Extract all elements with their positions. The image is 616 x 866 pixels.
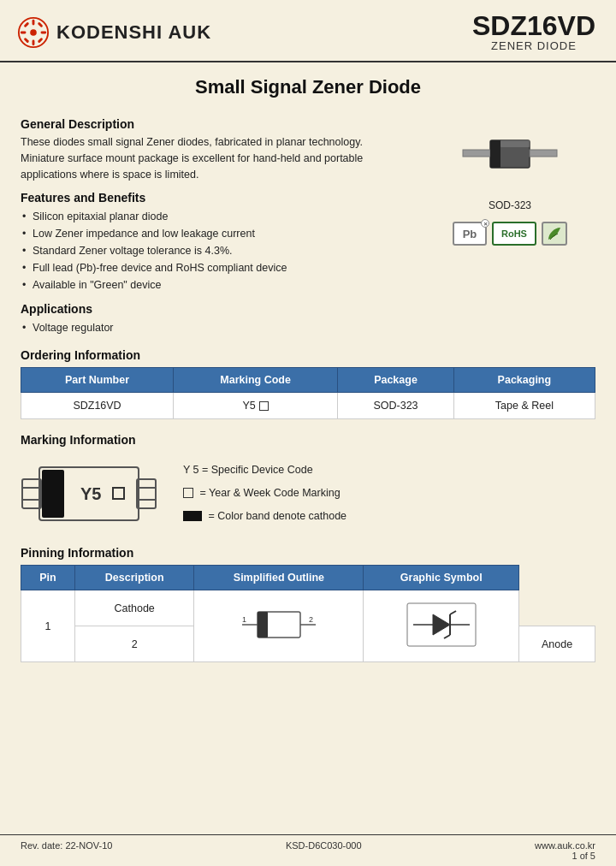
outline-cell: 1 2 xyxy=(194,590,364,662)
legend-band: = Color band denote cathode xyxy=(183,506,346,527)
part-info: SDZ16VD ZENER DIODE xyxy=(472,12,595,52)
cell-package: SOD-323 xyxy=(338,393,454,419)
col-outline: Simplified Outline xyxy=(194,566,364,590)
marking-code-text: Y5 xyxy=(242,400,255,412)
svg-rect-12 xyxy=(530,150,557,157)
footer-doc-number: KSD-D6C030-000 xyxy=(286,840,362,861)
svg-rect-8 xyxy=(24,37,30,43)
svg-rect-11 xyxy=(463,150,490,157)
ordering-title: Ordering Information xyxy=(21,348,595,362)
svg-rect-22 xyxy=(42,470,64,518)
main-content: General Description These diodes small s… xyxy=(0,109,616,662)
svg-text:2: 2 xyxy=(309,615,313,624)
svg-rect-9 xyxy=(38,37,44,43)
general-desc-body: These diodes small signal Zener diodes, … xyxy=(21,134,407,182)
table-header-row: Part Number Marking Code Package Packagi… xyxy=(21,368,595,393)
svg-rect-5 xyxy=(41,31,47,33)
footer-url: www.auk.co.kr xyxy=(535,840,595,851)
applications-title: Applications xyxy=(21,302,407,316)
pin-desc-cathode: Cathode xyxy=(74,590,194,626)
header: KODENSHI AUK SDZ16VD ZENER DIODE xyxy=(0,0,616,62)
col-packaging: Packaging xyxy=(453,368,595,393)
marking-content: Y5 Y 5 = Specific Device Code = Year & W… xyxy=(21,455,595,532)
marking-title: Marking Information xyxy=(21,433,595,447)
list-item: Available in "Green" device xyxy=(21,276,407,294)
col-symbol: Graphic Symbol xyxy=(364,566,519,590)
col-pin: Pin xyxy=(21,566,75,590)
pb-badge: Pb ✕ xyxy=(453,222,487,246)
svg-line-36 xyxy=(444,635,450,638)
symbol-svg xyxy=(403,599,480,650)
pb-circle: ✕ xyxy=(481,219,489,228)
col-part-number: Part Number xyxy=(21,368,174,393)
col-description: Description xyxy=(74,566,194,590)
svg-text:Y5: Y5 xyxy=(80,484,101,503)
svg-rect-15 xyxy=(22,479,41,508)
cell-part-number: SDZ16VD xyxy=(21,393,174,419)
badges: Pb ✕ RoHS xyxy=(453,222,567,246)
pin-desc-anode: Anode xyxy=(519,626,595,662)
left-col: General Description These diodes small s… xyxy=(21,109,407,336)
package-image xyxy=(454,117,566,194)
ordering-table: Part Number Marking Code Package Packagi… xyxy=(21,367,595,419)
legend-square-icon xyxy=(183,488,193,498)
col-package: Package xyxy=(338,368,454,393)
list-item: Full lead (Pb)-free device and RoHS comp… xyxy=(21,259,407,276)
pin-num-1: 1 xyxy=(21,590,75,662)
applications-list: Voltage regulator xyxy=(21,319,407,336)
footer-rev-date: Rev. date: 22-NOV-10 xyxy=(21,840,112,861)
legend-square: = Year & Week Code Marking xyxy=(183,483,346,504)
logo-text: KODENSHI AUK xyxy=(56,21,211,44)
svg-rect-14 xyxy=(500,140,530,147)
package-svg xyxy=(454,122,566,190)
footer: Rev. date: 22-NOV-10 KSD-D6C030-000 www.… xyxy=(0,834,616,866)
general-desc-title: General Description xyxy=(21,117,407,131)
marking-legend: Y 5 = Specific Device Code = Year & Week… xyxy=(183,460,346,529)
green-badge xyxy=(542,222,567,246)
ordering-section: Ordering Information Part Number Marking… xyxy=(21,348,595,419)
footer-page: 1 of 5 xyxy=(535,851,595,861)
col-marking-code: Marking Code xyxy=(174,368,338,393)
two-col-layout: General Description These diodes small s… xyxy=(21,109,595,336)
features-title: Features and Benefits xyxy=(21,191,407,205)
legend-y5: Y 5 = Specific Device Code xyxy=(183,460,346,481)
green-icon xyxy=(546,225,563,242)
table-row: SDZ16VD Y5 SOD-323 Tape & Reel xyxy=(21,393,595,419)
features-list: Silicon epitaxial planar diode Low Zener… xyxy=(21,208,407,294)
marking-code-display: Y5 xyxy=(182,400,329,412)
svg-rect-4 xyxy=(21,31,27,33)
footer-website: www.auk.co.kr 1 of 5 xyxy=(535,840,595,861)
list-item: Low Zener impedance and low leakage curr… xyxy=(21,225,407,242)
pinning-section: Pinning Information Pin Description Simp… xyxy=(21,546,595,662)
legend-black-icon xyxy=(183,511,202,521)
list-item: Silicon epitaxial planar diode xyxy=(21,208,407,225)
pin-num-2: 2 xyxy=(74,626,194,662)
outline-svg: 1 2 xyxy=(240,603,317,646)
rohs-badge: RoHS xyxy=(492,222,536,246)
svg-line-35 xyxy=(450,611,456,614)
page-title: Small Signal Zener Diode xyxy=(0,62,616,109)
svg-point-1 xyxy=(30,29,37,36)
logo-icon xyxy=(17,16,50,49)
legend-square-text: = Year & Week Code Marking xyxy=(199,487,340,499)
marking-section: Marking Information xyxy=(21,433,595,532)
pb-text: Pb xyxy=(463,228,477,240)
page: KODENSHI AUK SDZ16VD ZENER DIODE Small S… xyxy=(0,0,616,866)
svg-rect-2 xyxy=(33,19,35,25)
legend-band-text: = Color band denote cathode xyxy=(208,510,346,522)
marking-code-square xyxy=(259,401,269,411)
cell-packaging: Tape & Reel xyxy=(453,393,595,419)
svg-text:1: 1 xyxy=(242,615,246,624)
symbol-cell xyxy=(364,590,519,662)
table-row: 1 Cathode xyxy=(21,590,595,626)
svg-marker-33 xyxy=(433,614,450,635)
pinning-title: Pinning Information xyxy=(21,546,595,560)
svg-rect-13 xyxy=(490,140,500,168)
svg-rect-3 xyxy=(33,39,35,45)
svg-rect-16 xyxy=(137,479,156,508)
list-item: Voltage regulator xyxy=(21,319,407,336)
package-label: SOD-323 xyxy=(489,199,531,211)
marking-diagram-svg: Y5 xyxy=(21,455,157,532)
svg-rect-6 xyxy=(24,21,30,27)
pin-header-row: Pin Description Simplified Outline Graph… xyxy=(21,566,595,590)
